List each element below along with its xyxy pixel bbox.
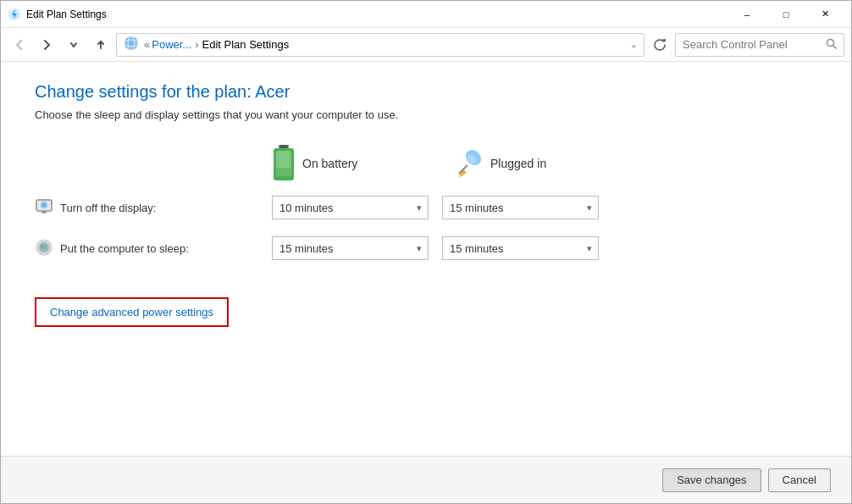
address-bar: « Power... › Edit Plan Settings ⌄ [1,28,851,62]
settings-grid: Turn off the display: Never 1 minute 2 m… [35,196,817,277]
display-icon [35,197,53,219]
battery-column-label: On battery [302,157,357,170]
up-button[interactable] [89,33,113,57]
column-headers: On battery Plugged in [272,145,817,182]
back-button[interactable] [8,33,31,57]
display-plugged-select[interactable]: Never 1 minute 2 minutes 3 minutes 5 min… [442,196,599,219]
sleep-dropdowns: Never 1 minute 2 minutes 3 minutes 5 min… [272,236,599,260]
window-title: Edit Plan Settings [26,8,728,20]
display-battery-select[interactable]: Never 1 minute 2 minutes 3 minutes 5 min… [272,196,429,219]
svg-rect-10 [276,168,291,176]
plugged-column-header: Plugged in [455,149,624,178]
breadcrumb[interactable]: « Power... › Edit Plan Settings ⌄ [116,33,645,57]
display-dropdowns: Never 1 minute 2 minutes 3 minutes 5 min… [272,196,599,219]
advanced-link-container: Change advanced power settings [35,297,817,327]
page-subtitle: Choose the sleep and display settings th… [35,108,817,121]
main-content: Change settings for the plan: Acer Choos… [1,62,851,456]
sleep-battery-select-wrapper[interactable]: Never 1 minute 2 minutes 3 minutes 5 min… [272,236,429,260]
search-bar[interactable] [675,33,844,57]
display-battery-select-wrapper[interactable]: Never 1 minute 2 minutes 3 minutes 5 min… [272,196,429,219]
display-plugged-select-wrapper[interactable]: Never 1 minute 2 minutes 3 minutes 5 min… [442,196,599,219]
refresh-button[interactable] [648,33,672,57]
breadcrumb-current: Edit Plan Settings [202,38,290,51]
window-icon [8,8,21,21]
recent-pages-button[interactable] [62,33,86,57]
search-input[interactable] [683,38,826,51]
maximize-button[interactable]: □ [766,1,805,28]
advanced-link-box: Change advanced power settings [35,297,229,327]
sleep-icon [35,238,53,259]
svg-line-6 [833,45,837,48]
close-button[interactable]: ✕ [805,1,844,28]
svg-rect-7 [279,145,289,148]
plugged-column-label: Plugged in [490,157,546,170]
title-bar: Edit Plan Settings – □ ✕ [1,1,851,28]
svg-point-2 [124,36,138,50]
sleep-plugged-select[interactable]: Never 1 minute 2 minutes 3 minutes 5 min… [442,236,599,260]
plugged-icon [455,149,484,178]
svg-point-20 [41,202,47,208]
bottom-bar: Save changes Cancel [1,456,851,503]
battery-column-header: On battery [272,145,441,182]
window-controls: – □ ✕ [728,1,844,28]
breadcrumb-dropdown-icon: ⌄ [630,40,637,49]
page-title: Change settings for the plan: Acer [35,82,817,102]
advanced-power-settings-link[interactable]: Change advanced power settings [50,306,213,318]
breadcrumb-prefix: « [144,38,150,51]
minimize-button[interactable]: – [728,1,766,28]
display-setting-label: Turn off the display: [60,202,156,214]
save-changes-button[interactable]: Save changes [662,468,761,492]
sleep-label: Put the computer to sleep: [35,238,272,259]
main-window: Edit Plan Settings – □ ✕ [0,0,852,504]
forward-button[interactable] [35,33,58,57]
sleep-battery-select[interactable]: Never 1 minute 2 minutes 3 minutes 5 min… [272,236,429,260]
battery-icon [272,145,296,182]
sleep-setting-row: Put the computer to sleep: Never 1 minut… [35,236,817,260]
breadcrumb-separator: › [195,38,198,51]
cancel-button[interactable]: Cancel [768,468,831,492]
search-icon [826,38,837,52]
breadcrumb-parent: Power... [152,38,191,51]
display-setting-row: Turn off the display: Never 1 minute 2 m… [35,196,817,219]
breadcrumb-icon [124,36,139,53]
sleep-plugged-select-wrapper[interactable]: Never 1 minute 2 minutes 3 minutes 5 min… [442,236,599,260]
display-label: Turn off the display: [35,197,272,219]
sleep-setting-label: Put the computer to sleep: [60,242,189,255]
